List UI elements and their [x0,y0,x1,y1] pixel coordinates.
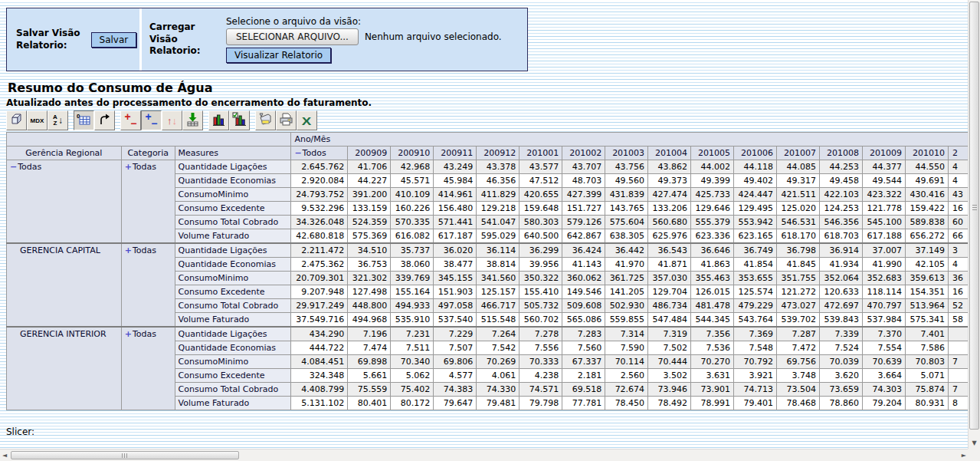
value-cell: 617.187 [434,229,477,244]
excel-export-button[interactable]: X [297,110,317,130]
value-cell: 49.373 [648,174,691,188]
olap-navigator-button[interactable] [6,110,27,130]
value-cell: 29.917.249 [291,299,348,313]
value-cell: 42.105 [905,258,948,272]
region-member-cell[interactable]: −Todas [7,160,122,244]
value-cell: 75.874 [905,383,948,397]
value-cell: 353.655 [734,272,777,285]
value-cell: 43.577 [519,160,562,174]
expand-icon[interactable]: + [125,162,132,172]
scroll-left-icon[interactable]: ◄ [2,452,7,459]
partial-value-cell: 7 [948,355,968,369]
value-cell: 36.749 [734,243,777,258]
region-member-cell[interactable]: GERENCIA INTERIOR [7,327,122,410]
mdx-editor-button[interactable]: MDX [27,110,48,130]
value-cell: 324.348 [291,369,348,383]
category-member-cell[interactable]: +Todas [121,160,175,244]
partial-value-cell [948,369,968,383]
scroll-down-icon[interactable]: ▼ [969,440,980,446]
measure-label-cell: ConsumoMinimo [175,355,291,369]
value-cell: 7.507 [434,341,477,355]
horizontal-scroll-thumb[interactable] [11,451,239,459]
expand-icon[interactable]: + [125,329,132,339]
value-cell: 49.560 [605,174,648,188]
value-cell: 513.964 [905,299,948,313]
value-cell: 74.571 [519,383,562,397]
collapse-icon[interactable]: − [294,148,301,158]
show-chart-button[interactable] [208,110,229,130]
value-cell: 141.205 [605,285,648,299]
value-cell: 49.458 [820,174,863,188]
value-cell: 580.303 [519,216,562,229]
value-cell: 160.226 [391,202,434,216]
drill-through-button[interactable] [182,110,203,130]
expand-icon[interactable]: + [125,245,132,255]
partial-value-cell: 16 [948,285,968,299]
grid-zero-icon: 0 [77,112,91,129]
value-cell: 656.272 [905,229,948,244]
chart-config-button[interactable] [229,110,250,130]
value-cell: 9.532.296 [291,202,348,216]
vertical-scroll-thumb[interactable] [969,2,979,430]
category-member-cell[interactable]: +Todas [121,327,175,410]
region-member-cell[interactable]: GERENCIA CAPITAL [7,243,122,327]
value-cell: 41.934 [820,258,863,272]
vertical-scrollbar[interactable]: ▼ [968,0,980,449]
value-cell: 125.020 [777,202,820,216]
value-cell: 70.270 [691,355,734,369]
value-cell: 44.002 [691,160,734,174]
value-cell: 124.253 [820,202,863,216]
measure-label-cell: Quantidade Ligações [175,243,291,258]
value-cell: 470.797 [862,299,905,313]
value-cell: 502.930 [605,299,648,313]
measure-label-cell: Consumo Excedente [175,369,291,383]
value-cell: 524.359 [348,216,391,229]
all-member-column-header[interactable]: −Todos [291,147,348,160]
region-column-header: Gerência Regional [7,147,122,160]
category-member-cell[interactable]: +Todas [121,243,175,327]
drill-member-icon: +− [124,114,138,127]
value-cell: 555.379 [691,216,734,229]
value-cell: 73.504 [777,383,820,397]
drill-member-button[interactable]: +− [120,110,141,130]
print-config-icon [258,112,273,129]
suppress-empty-button[interactable]: 0 [74,110,94,130]
save-button[interactable]: Salvar [91,32,137,48]
value-cell: 352.064 [820,272,863,285]
page-subtitle: Atualizado antes do processamento do enc… [6,97,372,108]
horizontal-scrollbar[interactable]: ◄ ► [0,449,968,461]
month-column-header: 201005 [691,147,734,160]
scroll-right-icon[interactable]: ► [962,452,966,459]
view-report-button[interactable]: Visualizar Relatorio [226,48,331,63]
value-cell: 49.317 [777,174,820,188]
drill-position-button[interactable]: +− [141,110,162,130]
month-column-header: 201004 [648,147,691,160]
value-cell: 36.543 [648,243,691,258]
value-cell: 47.512 [519,174,562,188]
month-column-header: 200910 [391,147,434,160]
drill-replace-button[interactable]: ↑↓ [162,110,182,130]
swap-axes-button[interactable] [94,110,115,130]
value-cell: 45.984 [434,174,477,188]
month-column-header: 201010 [905,147,948,160]
value-cell: 341.560 [477,272,519,285]
load-report-label: Carregar Visão Relatorio: [149,21,226,58]
print-config-button[interactable] [255,110,276,130]
value-cell: 7.556 [519,341,562,355]
value-cell: 623.165 [734,229,777,244]
value-cell: 155.410 [519,285,562,299]
collapse-icon[interactable]: − [10,162,17,172]
value-cell: 80.172 [391,397,434,410]
print-pdf-button[interactable] [276,110,297,130]
value-cell: 118.114 [862,285,905,299]
value-cell: 36.753 [348,258,391,272]
value-cell: 42.680.818 [291,229,348,244]
value-cell: 559.855 [605,313,648,328]
month-column-header: 201002 [562,147,605,160]
value-cell: 537.984 [862,313,905,328]
value-cell: 34.510 [348,243,391,258]
value-cell: 494.968 [348,313,391,328]
sort-button[interactable]: AZ ↓ [48,110,68,130]
value-cell: 565.086 [562,313,605,328]
file-select-button[interactable]: SELECIONAR ARQUIVO... [226,28,359,45]
